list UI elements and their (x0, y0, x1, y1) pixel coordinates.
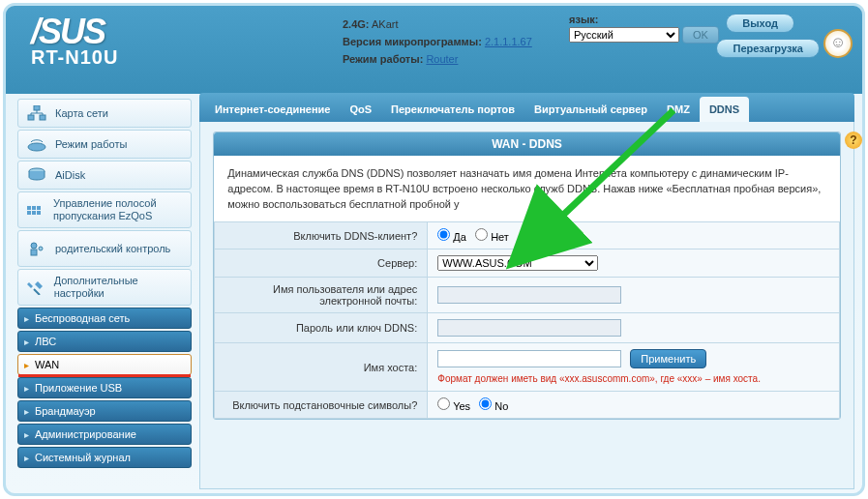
hostname-hint: Формат должен иметь вид «xxx.asuscomm.co… (437, 372, 828, 385)
svg-rect-9 (32, 211, 36, 215)
tab-bar: Интернет-соединение QoS Переключатель по… (199, 93, 854, 122)
wildcard-no-option[interactable]: No (479, 400, 508, 412)
sidebar-sub-wan[interactable]: WAN (17, 354, 192, 375)
router-icon (26, 135, 47, 153)
svg-rect-13 (31, 250, 37, 255)
sidebar-sub-label: WAN (35, 359, 59, 370)
sidebar-sub-usb[interactable]: Приложение USB (17, 377, 192, 398)
enable-yes-radio[interactable] (437, 228, 450, 241)
header-info: 2.4G: AKart Версия микропрограммы: 2.1.1… (343, 15, 532, 68)
password-input[interactable] (437, 319, 621, 337)
sidebar-sub-lan[interactable]: ЛВС (17, 331, 192, 352)
parental-icon (26, 240, 47, 257)
wildcard-no-radio[interactable] (479, 397, 492, 410)
band-value: AKart (372, 18, 399, 30)
band-label: 2.4G: (343, 18, 370, 30)
sidebar-sub-wireless[interactable]: Беспроводная сеть (17, 308, 192, 329)
qos-icon (26, 201, 45, 219)
logo-block: /SUS RT-N10U (31, 12, 118, 69)
svg-rect-7 (37, 206, 41, 210)
assistant-icon[interactable] (823, 29, 853, 58)
ok-button[interactable]: OK (682, 26, 719, 44)
wildcard-yes-option[interactable]: Yes (437, 400, 470, 412)
tab-virtual-server[interactable]: Виртуальный сервер (524, 97, 657, 122)
username-input[interactable] (437, 286, 621, 304)
tools-icon (26, 279, 46, 296)
sidebar-sub-label: Системный журнал (35, 452, 131, 463)
svg-rect-6 (32, 206, 36, 210)
sidebar-label: AiDisk (55, 169, 85, 181)
enable-yes-option[interactable]: Да (437, 231, 466, 243)
tab-dmz[interactable]: DMZ (657, 97, 700, 122)
panel: WAN - DDNS Динамическая служба DNS (DDNS… (199, 122, 854, 489)
wildcard-label: Включить подстановочные символы? (215, 392, 428, 419)
host-label: Имя хоста: (215, 343, 428, 392)
language-block: язык: Русский OK (569, 14, 719, 44)
sidebar-item-network-map[interactable]: Карта сети (17, 99, 192, 128)
svg-point-11 (31, 243, 37, 249)
svg-point-3 (28, 143, 45, 151)
tab-internet[interactable]: Интернет-соединение (205, 97, 340, 122)
svg-rect-10 (37, 211, 41, 215)
tab-ddns[interactable]: DDNS (700, 97, 749, 122)
user-label: Имя пользователя или адрес электронной п… (215, 278, 428, 313)
model-name: RT-N10U (31, 46, 118, 69)
mode-label: Режим работы: (343, 53, 423, 65)
ddns-card: WAN - DDNS Динамическая служба DNS (DDNS… (213, 132, 840, 420)
header: /SUS RT-N10U 2.4G: AKart Версия микропро… (6, 6, 862, 93)
card-description: Динамическая служба DNS (DDNS) позволяет… (214, 156, 839, 221)
svg-rect-1 (28, 115, 34, 120)
fw-label: Версия микропрограммы: (343, 36, 482, 47)
help-icon[interactable]: ? (845, 132, 862, 149)
wildcard-yes-radio[interactable] (437, 397, 450, 410)
sidebar-item-mode[interactable]: Режим работы (17, 130, 192, 159)
language-select[interactable]: Русский (569, 27, 679, 43)
tab-qos[interactable]: QoS (340, 97, 381, 122)
sidebar-sub-admin[interactable]: Администрирование (17, 424, 192, 445)
ddns-form: Включить DDNS-клиент? Да Нет Сервер: WWW… (214, 221, 839, 419)
hostname-input[interactable] (437, 350, 621, 367)
disk-icon (26, 166, 47, 184)
content-area: Интернет-соединение QoS Переключатель по… (195, 93, 862, 496)
pass-label: Пароль или ключ DDNS: (215, 313, 428, 343)
svg-rect-5 (27, 206, 31, 210)
sidebar-sub-label: Брандмауэр (35, 405, 96, 417)
apply-button[interactable]: Применить (630, 349, 706, 368)
svg-rect-8 (27, 211, 31, 215)
tab-port-trigger[interactable]: Переключатель портов (381, 97, 524, 122)
logout-button[interactable]: Выход (726, 14, 794, 33)
firmware-link[interactable]: 2.1.1.1.67 (485, 36, 532, 47)
sidebar-item-advanced[interactable]: Дополнительные настройки (17, 269, 192, 306)
sidebar-label: Управление полосой пропускания EzQoS (53, 197, 183, 222)
sidebar-sub-firewall[interactable]: Брандмауэр (17, 400, 192, 422)
lang-label: язык: (569, 14, 598, 25)
svg-rect-2 (40, 115, 45, 120)
mode-link[interactable]: Router (426, 53, 458, 65)
enable-no-radio[interactable] (475, 228, 488, 241)
sidebar-sub-label: Беспроводная сеть (35, 312, 130, 324)
sidebar-sub-label: Администрирование (35, 428, 136, 440)
reboot-button[interactable]: Перезагрузка (716, 39, 820, 58)
svg-rect-0 (34, 105, 40, 110)
sidebar-label: Карта сети (55, 107, 108, 119)
sidebar-label: Дополнительные настройки (54, 275, 183, 300)
sidebar-item-aidisk[interactable]: AiDisk (17, 161, 192, 190)
server-label: Сервер: (215, 250, 428, 278)
server-select[interactable]: WWW.ASUS.COM (437, 255, 598, 271)
sidebar-sub-label: Приложение USB (35, 382, 122, 394)
svg-point-12 (39, 247, 43, 250)
enable-no-option[interactable]: Нет (475, 231, 509, 243)
enable-label: Включить DDNS-клиент? (215, 222, 428, 250)
card-title: WAN - DDNS (214, 132, 839, 156)
sidebar-sub-syslog[interactable]: Системный журнал (17, 447, 192, 468)
network-icon (26, 104, 47, 122)
sidebar-item-parental[interactable]: родительский контроль (17, 230, 192, 267)
sidebar-label: родительский контроль (55, 243, 170, 255)
sidebar-sub-label: ЛВС (35, 336, 56, 347)
sidebar: Карта сети Режим работы AiDisk Управлени… (6, 93, 195, 496)
sidebar-item-ezqos[interactable]: Управление полосой пропускания EzQoS (17, 191, 192, 228)
sidebar-label: Режим работы (55, 138, 127, 150)
